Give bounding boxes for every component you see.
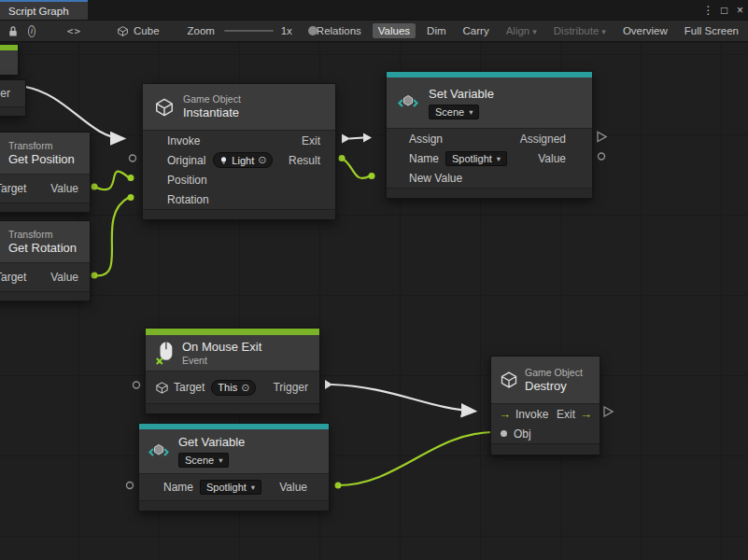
node-footer <box>139 500 329 511</box>
node-partial-event[interactable] <box>0 44 19 76</box>
align-dropdown-button[interactable]: Align▾ <box>501 23 543 38</box>
node-category: Game Object <box>525 367 583 379</box>
wire-getrotation-value <box>94 198 129 276</box>
caret-down-icon: ▾ <box>251 483 255 492</box>
exit-port-label: Exit <box>302 134 320 147</box>
port-setvariable-value[interactable] <box>599 153 605 160</box>
mouse-exit-icon <box>155 341 176 365</box>
toolbar-buttons: Relations Values Dim Carry Align▾ Distri… <box>311 23 744 38</box>
window-menu-icon[interactable]: ⋮ <box>700 0 716 20</box>
window-tab-bar: Script Graph ⋮ □ × <box>0 0 748 20</box>
wire-trigger-to-invoke <box>332 385 474 412</box>
fullscreen-button[interactable]: Full Screen <box>679 23 744 38</box>
port-getposition-value[interactable] <box>92 184 98 190</box>
port-getrotation-value[interactable] <box>92 273 98 279</box>
object-picker-icon[interactable]: ⊙ <box>258 154 266 166</box>
variable-name-dropdown[interactable]: Spotlight ▾ <box>200 480 261 495</box>
variable-name-dropdown[interactable]: Spotlight ▾ <box>445 151 507 166</box>
wire-result-to-newvalue <box>342 159 370 178</box>
value-port-label: Value <box>50 271 78 284</box>
overview-button[interactable]: Overview <box>617 23 673 38</box>
light-icon <box>219 156 228 165</box>
object-picker-icon[interactable]: ⊙ <box>241 382 249 394</box>
graph-owner-object[interactable]: Cube <box>117 25 160 37</box>
port-getvariable-name[interactable] <box>127 483 134 489</box>
original-object-field[interactable]: Light ⊙ <box>213 152 273 168</box>
variable-icon <box>396 91 420 115</box>
node-category: Transform <box>8 140 75 152</box>
target-port-label: Target <box>174 381 205 394</box>
variable-name-value: Spotlight <box>452 153 492 164</box>
caret-down-icon: ▾ <box>532 27 537 36</box>
tab-script-graph[interactable]: Script Graph <box>0 0 88 20</box>
relations-button[interactable]: Relations <box>311 23 367 38</box>
variable-name-value: Spotlight <box>206 482 247 493</box>
node-partial-event-body[interactable]: Trigger <box>0 79 26 117</box>
cube-icon <box>117 25 129 37</box>
position-port-label: Position <box>167 174 207 187</box>
port-mouseexit-trigger[interactable] <box>325 380 332 389</box>
node-get-variable[interactable]: Get Variable Scene ▾ Name Spotlight ▾ Va… <box>138 423 330 511</box>
node-footer <box>0 291 90 301</box>
window-close-icon[interactable]: × <box>732 0 748 20</box>
wire-getposition-value <box>94 172 129 190</box>
window-maximize-icon[interactable]: □ <box>716 0 732 20</box>
wires-layer <box>0 43 748 560</box>
port-instantiate-position[interactable] <box>128 175 134 181</box>
object-field-value: This <box>218 382 237 393</box>
port-getvariable-value[interactable] <box>335 483 342 489</box>
variable-scope-dropdown[interactable]: Scene ▾ <box>429 105 479 119</box>
original-port-label: Original <box>167 154 205 167</box>
info-icon[interactable]: i <box>28 25 35 37</box>
tab-title: Script Graph <box>8 6 69 17</box>
node-on-mouse-exit[interactable]: On Mouse Exit Event Target This ⊙ Trigge… <box>145 328 320 414</box>
cube-icon <box>154 97 175 118</box>
zoom-value: 1x <box>281 25 292 36</box>
target-object-field[interactable]: This ⊙ <box>211 380 256 396</box>
lock-icon[interactable] <box>7 25 19 37</box>
target-port-label: Target <box>0 182 26 195</box>
node-subtitle: Event <box>182 355 261 367</box>
node-get-rotation[interactable]: Transform Get Rotation Target Value <box>0 220 91 301</box>
port-setvariable-assigned[interactable] <box>598 133 606 142</box>
name-port-label: Name <box>163 481 193 494</box>
port-instantiate-original[interactable] <box>130 155 136 161</box>
gameobject-icon <box>155 381 169 395</box>
port-setvariable-newvalue[interactable] <box>369 173 375 179</box>
zoom-slider[interactable] <box>224 30 274 32</box>
name-port-label: Name <box>409 152 439 165</box>
wire-exit-to-assign <box>349 138 363 139</box>
node-header: Game Object Instantiate <box>143 84 335 130</box>
port-instantiate-exit[interactable] <box>342 134 350 144</box>
graph-toolbar: i <> Cube Zoom 1x Relations Values Dim C… <box>0 20 748 42</box>
dim-button[interactable]: Dim <box>421 23 451 38</box>
caret-down-icon: ▾ <box>219 455 222 465</box>
port-destroy-exit[interactable] <box>604 407 613 416</box>
trigger-port-label: Trigger <box>273 381 308 394</box>
node-category: Game Object <box>183 93 241 105</box>
carry-button[interactable]: Carry <box>458 23 495 38</box>
node-destroy[interactable]: Game Object Destroy → Invoke Exit → Obj <box>490 356 600 455</box>
distribute-dropdown-button[interactable]: Distribute▾ <box>548 23 612 38</box>
obj-port-dot-icon[interactable] <box>501 430 507 437</box>
assign-port-label: Assign <box>409 133 443 146</box>
zoom-label: Zoom <box>188 25 215 36</box>
graph-canvas[interactable]: Trigger Transform Get Position Target Va… <box>0 43 748 560</box>
node-title: Get Position <box>8 152 75 167</box>
node-header: Transform Get Rotation <box>0 221 90 262</box>
port-setvariable-assign[interactable] <box>363 133 372 143</box>
zoom-slider-handle[interactable] <box>308 26 318 35</box>
value-port-label: Value <box>538 152 566 165</box>
node-get-position[interactable]: Transform Get Position Target Value <box>0 132 91 213</box>
variable-scope-dropdown[interactable]: Scene ▾ <box>178 453 229 468</box>
node-instantiate[interactable]: Game Object Instantiate Invoke Exit Orig… <box>142 83 336 220</box>
port-mouseexit-target[interactable] <box>134 382 140 388</box>
port-instantiate-rotation[interactable] <box>128 194 134 201</box>
values-button[interactable]: Values <box>373 23 416 38</box>
edit-script-icon[interactable]: <> <box>67 25 81 37</box>
flow-arrow-icon: → <box>580 408 592 420</box>
scope-value: Scene <box>435 106 464 118</box>
node-set-variable[interactable]: Set Variable Scene ▾ Assign Assigned Nam… <box>386 71 593 199</box>
port-instantiate-result[interactable] <box>339 155 346 161</box>
trigger-port-label: Trigger <box>0 87 10 100</box>
